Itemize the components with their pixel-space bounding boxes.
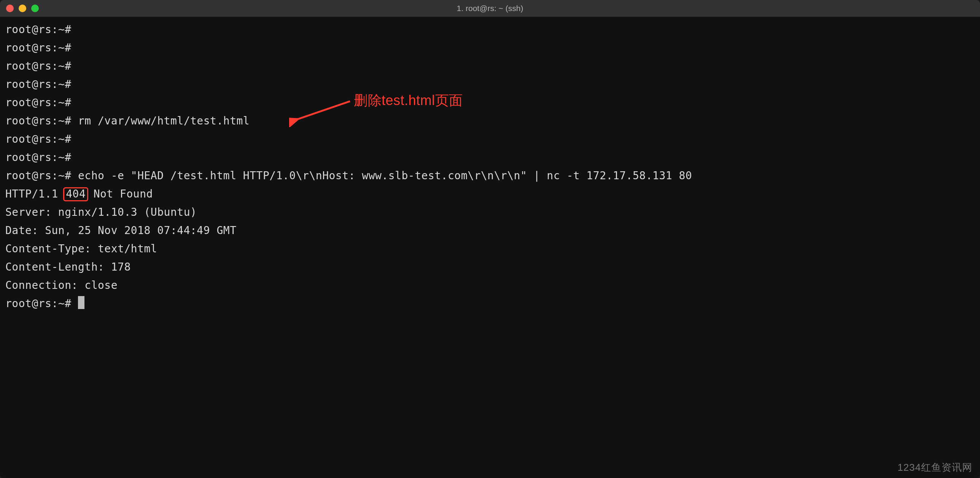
status-code-highlight: 404 [63,187,88,201]
terminal-line: root@rs:~# [5,94,975,112]
terminal-line: root@rs:~# rm /var/www/html/test.html [5,112,975,130]
terminal-line: root@rs:~# echo -e "HEAD /test.html HTTP… [5,167,975,185]
terminal-line: root@rs:~# [5,21,975,39]
terminal-window: 1. root@rs: ~ (ssh) root@rs:~# root@rs:~… [0,0,980,478]
annotation-text: 删除test.html页面 [354,91,463,110]
terminal-line-response: HTTP/1.1 404 Not Found [5,185,975,203]
terminal-line-response: Content-Type: text/html [5,240,975,258]
terminal-line-response: Connection: close [5,276,975,295]
terminal-line: root@rs:~# [5,148,975,167]
terminal-line-response: Date: Sun, 25 Nov 2018 07:44:49 GMT [5,221,975,240]
svg-line-1 [297,101,350,120]
terminal-line: root@rs:~# [5,39,975,57]
traffic-lights [6,5,39,12]
http-version: HTTP/1.1 [5,188,65,200]
minimize-button[interactable] [19,5,26,12]
terminal-line-response: Server: nginx/1.10.3 (Ubuntu) [5,203,975,221]
close-button[interactable] [6,5,14,12]
window-title: 1. root@rs: ~ (ssh) [457,4,523,13]
status-text: Not Found [87,188,153,200]
terminal-line: root@rs:~# [5,57,975,75]
watermark-text: 1234红鱼资讯网 [897,461,972,474]
terminal-line: root@rs:~# [5,75,975,94]
terminal-line: root@rs:~# [5,130,975,148]
maximize-button[interactable] [31,5,39,12]
title-bar[interactable]: 1. root@rs: ~ (ssh) [0,0,980,17]
terminal-line-prompt: root@rs:~# [5,295,975,313]
terminal-line-response: Content-Length: 178 [5,258,975,276]
terminal-body[interactable]: root@rs:~# root@rs:~# root@rs:~# root@rs… [0,17,980,478]
cursor-icon [78,296,84,309]
prompt: root@rs:~# [5,297,78,310]
annotation-arrow-icon [289,97,358,127]
